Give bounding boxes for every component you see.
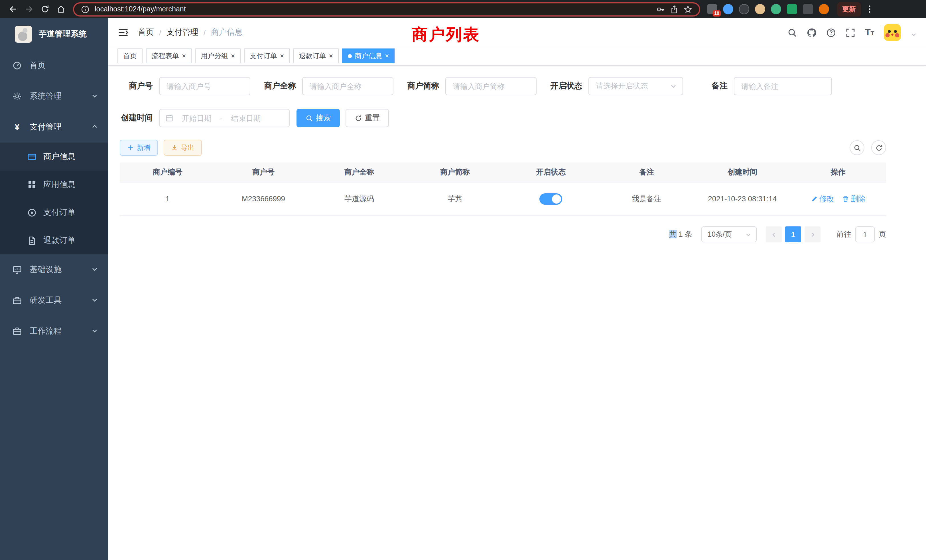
- logo[interactable]: 芋道管理系统: [0, 18, 108, 50]
- hamburger-icon[interactable]: [118, 27, 129, 38]
- end-date-input[interactable]: [226, 114, 266, 122]
- tab-label: 商户信息: [355, 51, 382, 61]
- sidebar-item-merchant-info[interactable]: 商户信息: [0, 142, 108, 171]
- sidebar-item-label: 商户信息: [43, 151, 75, 162]
- breadcrumb: 首页 / 支付管理 / 商户信息: [138, 27, 243, 38]
- tab-pay-order[interactable]: 支付订单 ×: [244, 48, 290, 63]
- full-name-input[interactable]: [302, 77, 393, 95]
- briefcase-icon: [12, 327, 22, 336]
- close-icon[interactable]: ×: [329, 53, 333, 59]
- font-size-icon[interactable]: TT: [865, 27, 874, 38]
- refresh-table-button[interactable]: [871, 140, 886, 155]
- extension-vue-icon[interactable]: [771, 4, 781, 14]
- filter-short-name: 商户简称: [406, 77, 537, 95]
- merchant-no-input[interactable]: [159, 77, 250, 95]
- page-size-select[interactable]: 10条/页: [701, 226, 757, 242]
- sidebar-item-refund-order[interactable]: 退款订单: [0, 226, 108, 254]
- field-label: 商户全称: [263, 81, 296, 91]
- edit-pencil-icon: [811, 195, 818, 202]
- table-header: 商户编号 商户号 商户全称 商户简称 开启状态 备注 创建时间 操作: [120, 162, 886, 182]
- tab-merchant-info[interactable]: 商户信息 ×: [342, 48, 395, 63]
- extension-drop-icon[interactable]: [723, 4, 733, 14]
- trash-icon: [842, 195, 849, 202]
- table-row: 1 M233666999 芋道源码 芋艿 我是备注 2021-10-23 08:…: [120, 182, 886, 215]
- breadcrumb-payment[interactable]: 支付管理: [166, 27, 198, 38]
- page-number-button[interactable]: 1: [785, 226, 801, 242]
- monitor-icon: [12, 265, 22, 274]
- password-key-icon[interactable]: [656, 5, 665, 14]
- add-button[interactable]: 新增: [120, 140, 158, 156]
- show-search-button[interactable]: [850, 140, 864, 155]
- date-separator: -: [220, 114, 222, 122]
- tab-label: 用户分组: [201, 51, 228, 61]
- search-icon[interactable]: [787, 28, 797, 37]
- tab-refund-order[interactable]: 退款订单 ×: [293, 48, 339, 63]
- profile-avatar-icon[interactable]: [819, 4, 829, 14]
- home-icon[interactable]: [54, 2, 68, 17]
- column-header: 备注: [599, 167, 694, 177]
- prev-page-button[interactable]: [766, 226, 782, 242]
- sidebar-item-payment[interactable]: ¥ 支付管理: [0, 112, 108, 142]
- export-button[interactable]: 导出: [163, 140, 202, 156]
- tab-user-group[interactable]: 用户分组 ×: [195, 48, 241, 63]
- sidebar-item-app-info[interactable]: 应用信息: [0, 171, 108, 198]
- tab-home[interactable]: 首页: [118, 48, 142, 63]
- navbar-actions: TT: [787, 24, 917, 41]
- sidebar-item-pay-order[interactable]: 支付订单: [0, 198, 108, 226]
- breadcrumb-separator: /: [204, 28, 206, 37]
- user-avatar[interactable]: [884, 24, 901, 41]
- status-toggle[interactable]: [539, 193, 562, 204]
- start-date-input[interactable]: [177, 114, 217, 122]
- extension-notes-icon[interactable]: [787, 4, 797, 14]
- avatar-caret-icon[interactable]: [911, 30, 917, 40]
- share-icon[interactable]: [670, 5, 679, 14]
- search-button[interactable]: 搜索: [297, 109, 340, 127]
- goto-page-input[interactable]: [855, 226, 875, 242]
- dashboard-icon: [12, 61, 22, 70]
- extension-puzzle-icon[interactable]: 10: [707, 4, 717, 14]
- tags-view: 首页 流程表单 × 用户分组 × 支付订单 × 退款订单 × 商户信息 ×: [108, 47, 926, 65]
- extension-avatar-icon[interactable]: [755, 4, 765, 14]
- tab-process-form[interactable]: 流程表单 ×: [146, 48, 192, 63]
- edit-button[interactable]: 修改: [811, 194, 834, 204]
- filter-merchant-no: 商户号: [120, 77, 250, 95]
- delete-button[interactable]: 删除: [842, 194, 865, 204]
- help-icon[interactable]: [826, 28, 836, 37]
- reset-button[interactable]: 重置: [345, 109, 389, 127]
- page-info-icon[interactable]: [81, 5, 89, 14]
- github-icon[interactable]: [807, 28, 817, 37]
- extension-pin-icon[interactable]: [803, 4, 813, 14]
- sidebar-item-home[interactable]: 首页: [0, 50, 108, 81]
- status-select[interactable]: 请选择开启状态: [589, 77, 683, 95]
- sidebar-item-dev-tools[interactable]: 研发工具: [0, 285, 108, 316]
- close-icon[interactable]: ×: [231, 53, 235, 59]
- remark-input[interactable]: [734, 77, 832, 95]
- extension-dark-icon[interactable]: [739, 4, 749, 14]
- fullscreen-icon[interactable]: [846, 28, 855, 37]
- close-icon[interactable]: ×: [182, 53, 186, 59]
- reload-icon[interactable]: [38, 2, 53, 17]
- forward-icon[interactable]: [22, 2, 36, 17]
- filter-status: 开启状态 请选择开启状态: [549, 77, 683, 95]
- browser-update-button[interactable]: 更新: [837, 2, 861, 16]
- calendar-icon: [165, 114, 173, 122]
- short-name-input[interactable]: [445, 77, 537, 95]
- tab-label: 首页: [123, 51, 137, 61]
- column-header: 开启状态: [503, 167, 599, 177]
- url-bar[interactable]: localhost:1024/pay/merchant: [73, 2, 700, 16]
- url-text[interactable]: localhost:1024/pay/merchant: [95, 5, 186, 13]
- select-placeholder: 请选择开启状态: [596, 81, 670, 91]
- breadcrumb-current: 商户信息: [211, 27, 243, 38]
- close-icon[interactable]: ×: [280, 53, 284, 59]
- sidebar-item-workflow[interactable]: 工作流程: [0, 316, 108, 347]
- browser-menu-icon[interactable]: [862, 2, 877, 17]
- chevron-down-icon: [91, 327, 98, 336]
- back-icon[interactable]: [6, 2, 21, 17]
- date-range-picker[interactable]: -: [159, 109, 290, 127]
- breadcrumb-home[interactable]: 首页: [138, 27, 154, 38]
- next-page-button[interactable]: [805, 226, 820, 242]
- sidebar-item-system[interactable]: 系统管理: [0, 81, 108, 112]
- bookmark-star-icon[interactable]: [684, 5, 692, 14]
- close-icon[interactable]: ×: [385, 53, 389, 59]
- sidebar-item-infrastructure[interactable]: 基础设施: [0, 254, 108, 285]
